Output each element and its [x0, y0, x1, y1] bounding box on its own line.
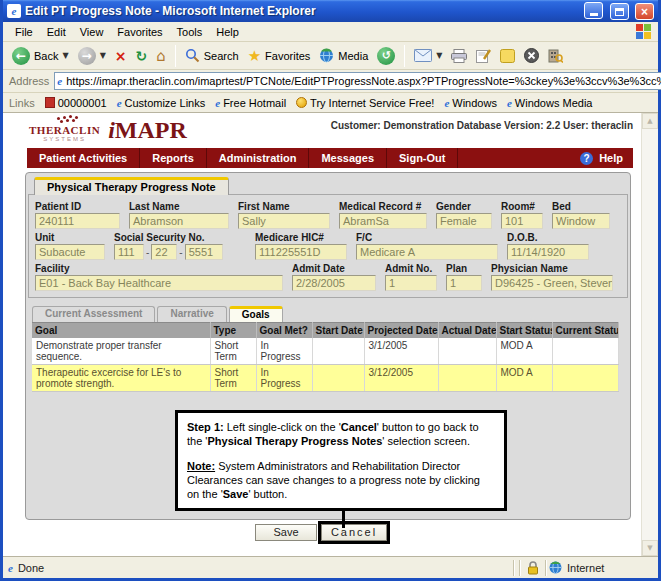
- medicare-hic-input[interactable]: 111225551D: [255, 244, 347, 260]
- ssn-part2-input[interactable]: 22: [151, 244, 177, 260]
- link-item-windows-media[interactable]: e Windows Media: [507, 97, 593, 109]
- menu-favorites[interactable]: Favorites: [111, 24, 168, 40]
- cancel-button[interactable]: Cancel: [321, 524, 387, 541]
- menu-file[interactable]: File: [9, 24, 39, 40]
- step1-text: ' selection screen.: [382, 435, 470, 447]
- dob-label: D.O.B.: [507, 232, 589, 243]
- link-label: Free Hotmail: [223, 97, 286, 109]
- back-button[interactable]: ← Back ▼: [9, 46, 72, 66]
- room-input[interactable]: 101: [501, 213, 543, 229]
- address-field[interactable]: e https://imapr.theraclin.com/imaprtest/…: [54, 72, 661, 90]
- window-title: Edit PT Progress Note - Microsoft Intern…: [25, 4, 578, 18]
- link-item-try-internet-service[interactable]: Try Internet Service Free!: [296, 97, 434, 109]
- tab-goals[interactable]: Goals: [229, 306, 283, 322]
- link-item-00000001[interactable]: 00000001: [45, 97, 107, 109]
- notes-button[interactable]: [497, 48, 518, 64]
- stop-button[interactable]: ×: [112, 47, 130, 65]
- print-button[interactable]: [448, 48, 470, 64]
- gender-input[interactable]: Female: [436, 213, 492, 229]
- ssn-part3-input[interactable]: 5551: [185, 244, 223, 260]
- goal-row-2[interactable]: Therapeutic excercise for LE's to promot…: [32, 365, 618, 392]
- notes-icon: [500, 49, 515, 63]
- field-unit: Unit Subacute: [35, 232, 105, 260]
- field-admit-date: Admit Date 2/28/2005: [292, 263, 376, 291]
- link-item-customize-links[interactable]: e Customize Links: [117, 97, 206, 109]
- unit-input[interactable]: Subacute: [35, 244, 105, 260]
- cell-goal: Therapeutic excercise for LE's to promot…: [32, 365, 210, 392]
- minimize-button[interactable]: [584, 2, 603, 19]
- zone-label: Internet: [567, 562, 604, 574]
- nav-administration[interactable]: Administration: [207, 148, 310, 168]
- bed-input[interactable]: Window: [552, 213, 610, 229]
- fc-input[interactable]: Medicare A: [356, 244, 498, 260]
- field-row-2: Unit Subacute Social Security No. 111 - …: [35, 232, 621, 260]
- nav-patient-activities[interactable]: Patient Activities: [27, 148, 140, 168]
- physician-input[interactable]: D96425 - Green, Steven: [491, 275, 613, 291]
- menu-bar: File Edit View Favorites Tools Help: [3, 22, 658, 42]
- ie-link-icon: e: [215, 97, 220, 109]
- link-item-free-hotmail[interactable]: e Free Hotmail: [215, 97, 286, 109]
- theraclin-wordmark: THERACLIN SYSTEMS: [29, 116, 100, 142]
- admit-date-input[interactable]: 2/28/2005: [292, 275, 376, 291]
- title-bar[interactable]: e Edit PT Progress Note - Microsoft Inte…: [3, 0, 658, 22]
- logo-burst-icon: [63, 116, 66, 119]
- step1-text: Left single-click on the ': [224, 421, 341, 433]
- facility-input[interactable]: E01 - Back Bay Healthcare: [35, 275, 283, 291]
- menu-view[interactable]: View: [74, 24, 110, 40]
- nav-help[interactable]: ? Help: [570, 152, 633, 165]
- col-current-status: Current Status: [552, 323, 618, 339]
- patient-id-input[interactable]: 240111: [35, 213, 120, 229]
- dob-input[interactable]: 11/14/1920: [507, 244, 589, 260]
- medicare-hic-label: Medicare HIC#: [255, 232, 347, 243]
- mail-dropdown-icon[interactable]: ▼: [436, 51, 442, 60]
- window-controls: ×: [582, 2, 654, 21]
- mail-button[interactable]: ▼: [411, 48, 445, 63]
- maximize-button[interactable]: [610, 3, 629, 20]
- refresh-button[interactable]: ↻: [133, 47, 151, 65]
- link-label: Windows Media: [515, 97, 593, 109]
- admit-no-input[interactable]: 1: [385, 275, 437, 291]
- menu-tools[interactable]: Tools: [171, 24, 209, 40]
- home-icon: ⌂: [156, 48, 166, 64]
- menu-edit[interactable]: Edit: [41, 24, 72, 40]
- menu-help[interactable]: Help: [210, 24, 245, 40]
- nav-messages[interactable]: Messages: [309, 148, 387, 168]
- tab-current-assessment[interactable]: Current Assessment: [32, 306, 155, 322]
- plan-input[interactable]: 1: [446, 275, 482, 291]
- imapr-i: i: [108, 117, 115, 143]
- first-name-input[interactable]: Sally: [238, 213, 330, 229]
- history-button[interactable]: ↺: [374, 46, 398, 66]
- media-button[interactable]: Media: [316, 47, 371, 64]
- home-button[interactable]: ⌂: [153, 47, 169, 65]
- goal-row-1[interactable]: Demonstrate proper transfer sequence. Sh…: [32, 338, 618, 365]
- favorites-button[interactable]: ★ Favorites: [245, 47, 314, 65]
- ssn-part1-input[interactable]: 111: [114, 244, 144, 260]
- back-dropdown-icon[interactable]: ▼: [62, 51, 68, 60]
- action-buttons: Save Cancel: [3, 524, 641, 546]
- nav-reports[interactable]: Reports: [140, 148, 207, 168]
- field-first-name: First Name Sally: [238, 201, 330, 229]
- link-item-windows[interactable]: e Windows: [444, 97, 497, 109]
- nav-sign-out[interactable]: Sign-Out: [387, 148, 458, 168]
- close-button[interactable]: ×: [635, 3, 654, 20]
- scroll-down-icon[interactable]: ▼: [642, 540, 658, 556]
- tab-narrative[interactable]: Narrative: [157, 306, 226, 322]
- medical-record-input[interactable]: AbramSa: [339, 213, 427, 229]
- address-url[interactable]: https://imapr.theraclin.com/imaprtest/PT…: [66, 75, 661, 87]
- minimize-icon: [590, 13, 598, 16]
- links-label: Links: [9, 97, 35, 109]
- last-name-input[interactable]: Abramson: [129, 213, 229, 229]
- vertical-scrollbar[interactable]: ▲ ▼: [641, 113, 658, 556]
- forward-button[interactable]: → ▼: [75, 46, 109, 66]
- browser-window: e Edit PT Progress Note - Microsoft Inte…: [0, 0, 661, 581]
- forward-dropdown-icon[interactable]: ▼: [100, 51, 106, 60]
- research-button[interactable]: [545, 47, 566, 64]
- edit-button[interactable]: [473, 48, 494, 64]
- cancel-ref: Cancel: [341, 421, 377, 433]
- scroll-up-icon[interactable]: ▲: [642, 113, 658, 129]
- resize-grip[interactable]: [644, 557, 658, 578]
- search-button[interactable]: Search: [182, 47, 242, 64]
- save-button[interactable]: Save: [255, 524, 317, 541]
- tab-physical-therapy-progress-note[interactable]: Physical Therapy Progress Note: [34, 177, 229, 195]
- messenger-button[interactable]: [521, 47, 542, 64]
